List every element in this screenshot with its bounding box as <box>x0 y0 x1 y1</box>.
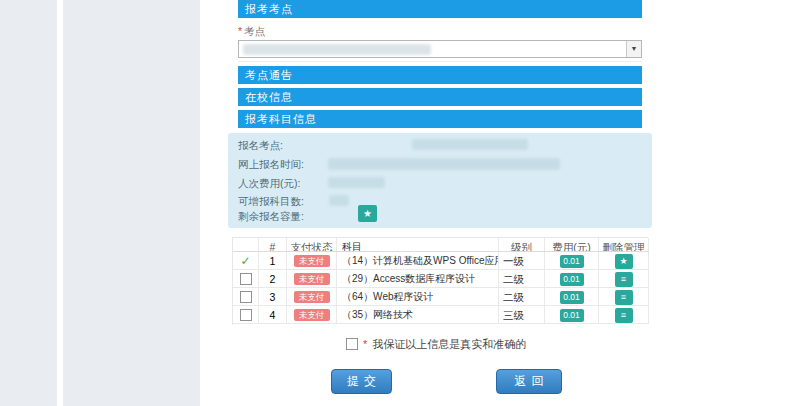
redacted-fee-value <box>328 177 385 188</box>
required-mark: * <box>363 338 367 350</box>
subject-level: 一级 <box>499 252 545 269</box>
subject-name: （29）Access数据库程序设计 <box>337 270 499 287</box>
back-button[interactable]: 返回 <box>496 369 562 394</box>
header-level: 级别 <box>499 238 545 251</box>
table-row: 4 未支付 （35）网络技术 三级 0.01 ≡ <box>233 306 649 324</box>
header-checkbox-col <box>233 238 259 251</box>
delete-button list-icon[interactable]: ≡ <box>615 290 633 305</box>
action-button star-icon[interactable]: ★ <box>615 254 633 269</box>
redacted-selected-value <box>243 44 431 55</box>
chevron-down-icon[interactable]: ▼ <box>626 41 641 57</box>
subject-level: 二级 <box>499 270 545 287</box>
redacted-addable-subjects-value <box>329 195 349 206</box>
remaining-capacity-badge star-icon[interactable]: ★ <box>358 205 377 222</box>
table-row: 3 未支付 （64）Web程序设计 二级 0.01 ≡ <box>233 288 649 306</box>
subject-name: （64）Web程序设计 <box>337 288 499 305</box>
agreement-text: 我保证以上信息是真实和准确的 <box>372 338 526 350</box>
main-content: 报考考点 *考点 ▼ 考点通告 在校信息 报考科目信息 报名考点: 网上报名时间… <box>200 0 812 406</box>
exam-site-select[interactable]: ▼ <box>238 40 642 58</box>
subject-name: （35）网络技术 <box>337 306 499 323</box>
agreement-checkbox[interactable] <box>346 338 358 350</box>
header-delete-manage: 删除管理 <box>599 238 649 251</box>
section-header-school-info[interactable]: 在校信息 <box>238 88 642 106</box>
label-remaining-capacity: 剩余报名容量: <box>238 210 304 224</box>
required-mark: * <box>238 25 242 37</box>
header-pay-status: 支付状态 <box>287 238 337 251</box>
status-badge: 未支付 <box>294 291 330 303</box>
registration-info-panel: 报名考点: 网上报名时间: 人次费用(元): 可增报科目数: 剩余报名容量: ★ <box>228 133 652 228</box>
label-addable-subjects: 可增报科目数: <box>238 195 304 209</box>
section-header-exam-site: 报考考点 <box>238 0 642 18</box>
header-fee: 费用(元) <box>545 238 599 251</box>
submit-button[interactable]: 提交 <box>331 369 392 394</box>
section-header-subject-info[interactable]: 报考科目信息 <box>238 110 642 128</box>
status-badge: 未支付 <box>294 273 330 285</box>
redacted-exam-site-value <box>412 139 528 150</box>
row-number: 1 <box>259 252 287 269</box>
table-header-row: # 支付状态 科目 级别 费用(元) 删除管理 <box>233 238 649 252</box>
row-checkbox[interactable] <box>240 273 252 285</box>
status-badge: 未支付 <box>294 309 330 321</box>
table-row: ✓ 1 未支付 （14）计算机基础及WPS Office应用 一级 0.01 ★ <box>233 252 649 270</box>
page-left-background <box>0 0 200 406</box>
subjects-table: # 支付状态 科目 级别 费用(元) 删除管理 ✓ 1 未支付 （14）计算机基… <box>232 237 648 325</box>
label-registration-time: 网上报名时间: <box>238 158 304 172</box>
section-title: 报考考点 <box>245 3 293 15</box>
delete-button list-icon[interactable]: ≡ <box>615 272 633 287</box>
label-exam-site: 报名考点: <box>238 139 283 153</box>
subject-name: （14）计算机基础及WPS Office应用 <box>337 252 499 269</box>
fee-badge[interactable]: 0.01 <box>560 309 584 322</box>
label-fee-per-person: 人次费用(元): <box>238 177 300 191</box>
header-subject: 科目 <box>337 238 499 251</box>
divider <box>238 61 642 62</box>
row-checkbox[interactable] <box>240 309 252 321</box>
redacted-registration-time-value <box>328 158 560 170</box>
row-number: 2 <box>259 270 287 287</box>
section-header-notice[interactable]: 考点通告 <box>238 66 642 84</box>
table-row: 2 未支付 （29）Access数据库程序设计 二级 0.01 ≡ <box>233 270 649 288</box>
subject-level: 三级 <box>499 306 545 323</box>
exam-site-field-label: *考点 <box>238 25 265 39</box>
header-num: # <box>259 238 287 251</box>
fee-badge[interactable]: 0.01 <box>560 273 584 286</box>
page-left-strip <box>57 0 63 406</box>
status-badge: 未支付 <box>294 255 330 267</box>
row-number: 3 <box>259 288 287 305</box>
agreement-row: * 我保证以上信息是真实和准确的 <box>346 337 526 352</box>
fee-badge[interactable]: 0.01 <box>560 291 584 304</box>
subject-level: 二级 <box>499 288 545 305</box>
delete-button list-icon[interactable]: ≡ <box>615 308 633 323</box>
row-number: 4 <box>259 306 287 323</box>
check-icon[interactable]: ✓ <box>240 254 250 268</box>
row-checkbox[interactable] <box>240 291 252 303</box>
fee-badge[interactable]: 0.01 <box>560 255 584 268</box>
